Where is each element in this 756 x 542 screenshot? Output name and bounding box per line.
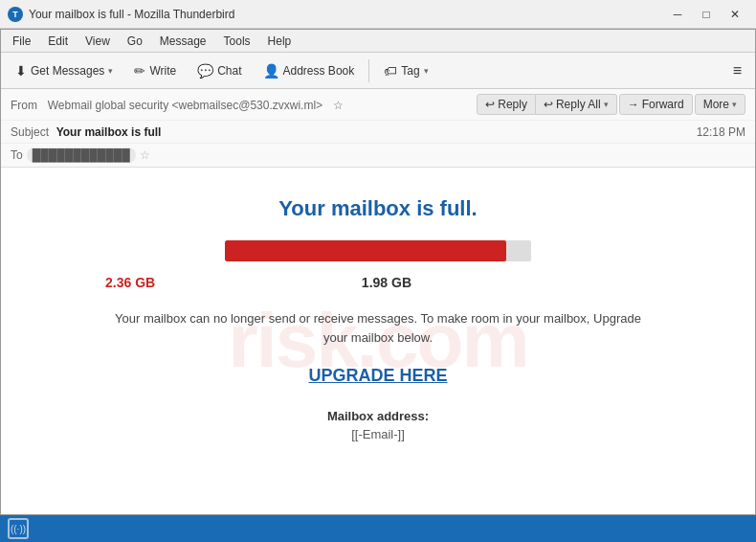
mailbox-address-block: Mailbox address: [[-Email-]] — [105, 409, 651, 441]
toolbar-menu-button[interactable]: ≡ — [725, 58, 749, 83]
reply-label: Reply — [498, 98, 527, 111]
from-label-text: From Webmail global security <webmailsec… — [11, 99, 347, 112]
status-icon: ((·)) — [8, 518, 29, 539]
forward-label: Forward — [642, 98, 684, 111]
window-title: Your mailbox is full - Mozilla Thunderbi… — [29, 8, 234, 21]
email-time: 12:18 PM — [697, 125, 745, 139]
email-header: From Webmail global security <webmailsec… — [1, 89, 755, 168]
reply-all-dropdown-icon: ▾ — [604, 100, 609, 109]
subject-field: Subject Your mailbox is full — [11, 124, 161, 139]
titlebar: T Your mailbox is full - Mozilla Thunder… — [0, 0, 756, 29]
menu-go[interactable]: Go — [120, 33, 150, 50]
subject-text: Your mailbox is full — [56, 125, 162, 139]
storage-labels: 2.36 GB 1.98 GB — [105, 275, 411, 290]
mailbox-address-label: Mailbox address: — [105, 409, 651, 423]
get-messages-dropdown-icon: ▾ — [108, 66, 113, 76]
mailbox-title: Your mailbox is full. — [105, 196, 651, 221]
to-address: ████████████ — [27, 147, 136, 163]
toolbar: ⬇ Get Messages ▾ ✏ Write 💬 Chat 👤 Addres… — [1, 53, 755, 89]
from-address: Webmail global security <webmailsec@530.… — [48, 99, 322, 112]
mailbox-address-value: [[-Email-]] — [105, 427, 651, 441]
tag-button[interactable]: 🏷 Tag ▾ — [375, 58, 436, 83]
reply-all-label: Reply All — [556, 98, 601, 111]
forward-button[interactable]: → Forward — [619, 94, 693, 115]
write-label: Write — [149, 64, 176, 78]
address-book-icon: 👤 — [263, 63, 279, 79]
reply-button[interactable]: ↩ Reply — [477, 94, 536, 115]
from-field: From Webmail global security <webmailsec… — [11, 98, 347, 112]
reply-all-group: ↩ Reply ↩ Reply All ▾ — [477, 94, 616, 115]
subject-label: Subject — [11, 125, 49, 139]
reply-all-icon: ↩ — [544, 98, 553, 111]
menu-view[interactable]: View — [78, 33, 118, 50]
email-subject-row: Subject Your mailbox is full 12:18 PM — [1, 121, 755, 144]
menu-help[interactable]: Help — [260, 33, 300, 50]
menu-file[interactable]: File — [5, 33, 38, 50]
app-icon: T — [8, 7, 23, 22]
status-icon-label: ((·)) — [11, 524, 26, 534]
email-actions: ↩ Reply ↩ Reply All ▾ → Forward More ▾ — [477, 94, 745, 115]
more-dropdown-icon: ▾ — [732, 100, 737, 109]
minimize-button[interactable]: ─ — [664, 4, 691, 25]
reply-icon: ↩ — [485, 98, 495, 111]
to-star-icon[interactable]: ☆ — [140, 148, 150, 162]
upgrade-link[interactable]: UPGRADE HERE — [308, 366, 447, 386]
from-star-icon[interactable]: ☆ — [333, 99, 344, 112]
menu-tools[interactable]: Tools — [216, 33, 258, 50]
titlebar-controls: ─ □ ✕ — [664, 4, 748, 25]
menu-edit[interactable]: Edit — [40, 33, 76, 50]
mailbox-warning-text: Your mailbox can no longer send or recei… — [105, 309, 651, 347]
address-book-label: Address Book — [283, 64, 355, 78]
address-book-button[interactable]: 👤 Address Book — [255, 58, 364, 83]
get-messages-icon: ⬇ — [15, 63, 27, 79]
chat-button[interactable]: 💬 Chat — [189, 58, 250, 83]
storage-used: 2.36 GB — [105, 275, 155, 290]
main-window: File Edit View Go Message Tools Help ⬇ G… — [0, 29, 756, 515]
maximize-button[interactable]: □ — [693, 4, 720, 25]
get-messages-label: Get Messages — [31, 64, 104, 78]
chat-label: Chat — [217, 64, 241, 78]
reply-all-button[interactable]: ↩ Reply All ▾ — [536, 94, 617, 115]
get-messages-button[interactable]: ⬇ Get Messages ▾ — [7, 58, 122, 83]
menu-message[interactable]: Message — [152, 33, 214, 50]
titlebar-left: T Your mailbox is full - Mozilla Thunder… — [8, 7, 234, 22]
tag-label: Tag — [401, 64, 419, 78]
storage-bar — [225, 240, 531, 261]
menubar: File Edit View Go Message Tools Help — [1, 30, 755, 53]
more-button[interactable]: More ▾ — [695, 94, 745, 115]
tag-icon: 🏷 — [384, 63, 397, 79]
email-to-row: To ████████████ ☆ — [1, 144, 755, 167]
email-from-row: From Webmail global security <webmailsec… — [1, 89, 755, 121]
storage-total: 1.98 GB — [362, 275, 411, 290]
tag-dropdown-icon: ▾ — [424, 66, 429, 76]
chat-icon: 💬 — [197, 63, 213, 79]
storage-bar-fill — [225, 240, 506, 261]
email-body: risk.com Your mailbox is full. 2.36 GB 1… — [1, 168, 755, 514]
write-button[interactable]: ✏ Write — [125, 58, 185, 83]
more-label: More — [703, 98, 729, 111]
email-content: Your mailbox is full. 2.36 GB 1.98 GB Yo… — [67, 168, 689, 470]
forward-icon: → — [628, 98, 639, 111]
to-label: To — [11, 148, 23, 162]
write-icon: ✏ — [134, 63, 145, 79]
storage-bar-container — [225, 240, 531, 267]
close-button[interactable]: ✕ — [722, 4, 748, 25]
toolbar-divider — [368, 59, 369, 82]
statusbar: ((·)) — [0, 515, 756, 542]
